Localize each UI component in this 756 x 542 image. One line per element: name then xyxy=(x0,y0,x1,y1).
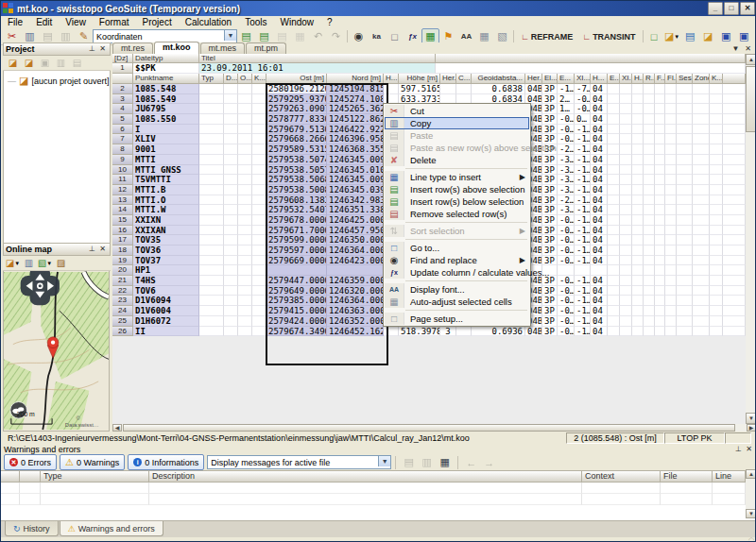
sheet-cell[interactable] xyxy=(238,296,252,306)
sheet-cell[interactable] xyxy=(655,265,665,276)
context-menu-item-line-type-to-insert[interactable]: ▦Line type to insert▶ xyxy=(385,171,529,183)
sheet-cell[interactable] xyxy=(710,246,723,256)
close-icon[interactable]: ✕ xyxy=(744,445,754,454)
sheet-cell[interactable]: 2579678.0000 xyxy=(266,215,327,226)
close-button[interactable]: ✕ xyxy=(740,2,755,15)
sheet-cell[interactable] xyxy=(252,235,266,246)
sheet-cell[interactable] xyxy=(723,134,746,144)
sheet-cell[interactable] xyxy=(644,185,655,195)
sheet-cell[interactable] xyxy=(710,84,723,94)
sheet-cell[interactable] xyxy=(723,104,746,114)
tab-mt-mes[interactable]: mt.mes xyxy=(200,42,246,54)
sheet-cell[interactable] xyxy=(723,235,746,246)
sheet-cell[interactable] xyxy=(632,276,644,286)
sheet-vertical-scrollbar[interactable]: ▲ ▼ xyxy=(746,54,756,424)
row-header[interactable]: 19 xyxy=(112,256,133,266)
sheet-cell[interactable] xyxy=(665,286,677,296)
sheet-cell[interactable]: 1085.548 xyxy=(133,84,199,94)
sheet-cell[interactable]: XLIV xyxy=(133,134,199,144)
sheet-cell[interactable] xyxy=(252,114,266,125)
row-header[interactable]: 15 xyxy=(112,215,133,226)
sheet-cell[interactable]: 3P xyxy=(542,235,558,246)
sheet-cell[interactable] xyxy=(665,155,677,165)
sheet-cell[interactable] xyxy=(252,306,266,316)
sheet-cell[interactable] xyxy=(608,296,620,306)
sheet-cell[interactable]: XXIXAN xyxy=(133,226,199,236)
chevron-down-icon[interactable]: ▼ xyxy=(46,261,52,266)
sheet-cell[interactable] xyxy=(677,205,693,215)
sheet-cell[interactable]: TOV6 xyxy=(133,286,199,296)
chevron-down-icon[interactable]: ▼ xyxy=(378,456,390,466)
sheet-cell[interactable] xyxy=(665,94,677,105)
sheet-cell[interactable]: 04 xyxy=(591,316,608,327)
sheet-cell[interactable] xyxy=(224,155,238,165)
sheet-cell[interactable]: 04 xyxy=(591,104,608,114)
context-menu-item-insert-rows-above[interactable]: ▤Insert row(s) above selection xyxy=(385,183,529,195)
sheet-cell[interactable]: 1246363.0000 xyxy=(327,306,384,316)
sheet-cell[interactable] xyxy=(238,256,252,266)
sheet-cell[interactable]: 1245265.3626 xyxy=(327,104,384,114)
sheet-cell[interactable] xyxy=(632,246,644,256)
messages-column-header-line[interactable]: Line xyxy=(713,471,746,483)
sheet-cell[interactable] xyxy=(710,235,723,246)
sheet-cell[interactable] xyxy=(665,215,677,226)
sheet-cell[interactable] xyxy=(644,226,655,236)
sheet-cell[interactable]: TOV37 xyxy=(133,256,199,266)
sheet-cell[interactable] xyxy=(693,296,710,306)
sheet-cell[interactable] xyxy=(677,265,693,276)
sheet-cell[interactable] xyxy=(655,144,665,155)
column-header[interactable]: El... xyxy=(542,74,558,84)
sheet-cell[interactable]: 04 xyxy=(591,276,608,286)
sheet-cell[interactable] xyxy=(644,84,655,94)
sheet-cell[interactable]: 1246368.3552 xyxy=(327,144,384,155)
sheet-cell[interactable] xyxy=(252,276,266,286)
sheet-cell[interactable] xyxy=(665,205,677,215)
maximize-button[interactable]: □ xyxy=(724,2,739,15)
sheet-cell[interactable] xyxy=(620,296,632,306)
sheet-cell[interactable] xyxy=(620,144,632,155)
sheet-cell[interactable]: -1… xyxy=(575,246,591,256)
sheet-cell[interactable]: 9001 xyxy=(133,144,199,155)
context-menu-item-copy[interactable]: ▥Copy xyxy=(385,117,529,129)
row-header[interactable]: 9 xyxy=(112,155,133,165)
sheet-cell[interactable] xyxy=(252,84,266,94)
sheet-cell[interactable] xyxy=(665,226,677,236)
sheet-cell[interactable] xyxy=(655,84,665,94)
sheet-cell[interactable]: -1… xyxy=(575,134,591,144)
sheet-cell[interactable] xyxy=(665,165,677,176)
save-project-icon[interactable]: ▣ xyxy=(37,56,53,70)
sheet-cell[interactable]: -1… xyxy=(575,165,591,176)
sheet-cell[interactable] xyxy=(655,306,665,316)
sheet-cell[interactable]: 1246364.0000 xyxy=(327,296,384,306)
sheet-cell[interactable] xyxy=(238,144,252,155)
sheet-cell[interactable]: 1245274.1080 xyxy=(327,94,384,105)
sheet-cell[interactable]: -1… xyxy=(575,276,591,286)
sheet-cell[interactable] xyxy=(620,246,632,256)
sheet-cell[interactable]: 04 xyxy=(591,175,608,185)
sheet-cell[interactable] xyxy=(693,104,710,114)
sheet-cell[interactable] xyxy=(620,165,632,176)
sheet-cell[interactable] xyxy=(693,316,710,327)
sheet-cell[interactable] xyxy=(677,316,693,327)
context-menu-item-remove-selected-rows[interactable]: ▤Remove selected row(s) xyxy=(385,208,529,220)
sheet-cell[interactable] xyxy=(620,306,632,316)
sheet-cell[interactable]: -0… xyxy=(558,306,575,316)
sheet-cell[interactable] xyxy=(224,84,238,94)
row-header[interactable]: 25 xyxy=(112,316,133,327)
sheet-cell[interactable] xyxy=(224,195,238,206)
sheet-cell[interactable] xyxy=(608,165,620,176)
sheet-cell[interactable]: -1… xyxy=(575,316,591,327)
sheet-cell[interactable]: -1… xyxy=(575,185,591,195)
scroll-up-icon[interactable]: ▲ xyxy=(746,469,756,479)
sheet-cell[interactable] xyxy=(252,327,266,337)
sheet-cell[interactable] xyxy=(632,226,644,236)
menu-view[interactable]: View xyxy=(59,16,93,28)
sheet-cell[interactable]: 3P xyxy=(542,114,558,125)
sheet-cell[interactable] xyxy=(199,327,224,337)
sheet-cell[interactable]: 04 xyxy=(591,306,608,316)
sheet-cell[interactable] xyxy=(723,205,746,215)
column-header[interactable]: C... xyxy=(456,74,472,84)
sheet-cell[interactable]: 2579447.0000 xyxy=(266,276,327,286)
sheet-cell[interactable] xyxy=(693,246,710,256)
sheet-cell[interactable] xyxy=(238,246,252,256)
